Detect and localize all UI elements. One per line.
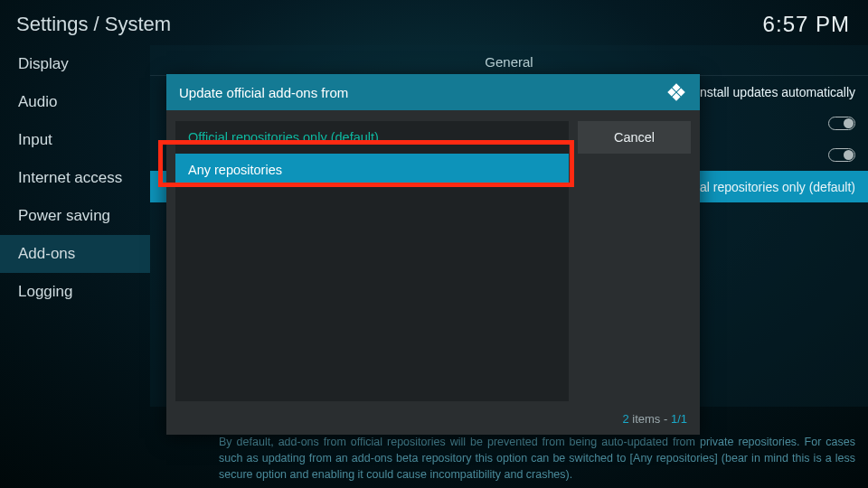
option-official-repos[interactable]: Official repositories only (default) bbox=[175, 121, 569, 154]
sidebar-item-input[interactable]: Input bbox=[0, 121, 150, 159]
dialog-footer: 2 items - 1/1 bbox=[166, 407, 700, 435]
toggle-icon[interactable] bbox=[828, 117, 855, 130]
cancel-button[interactable]: Cancel bbox=[578, 121, 691, 154]
sidebar: Display Audio Input Internet access Powe… bbox=[0, 45, 150, 407]
sidebar-item-add-ons[interactable]: Add-ons bbox=[0, 235, 150, 273]
page-indicator: 1/1 bbox=[671, 412, 687, 426]
dialog-header: Update official add-ons from bbox=[166, 74, 700, 110]
header: Settings / System 6:57 PM bbox=[0, 0, 868, 45]
option-any-repos[interactable]: Any repositories bbox=[175, 154, 569, 186]
clock: 6:57 PM bbox=[763, 12, 850, 37]
kodi-logo-icon bbox=[665, 81, 687, 103]
sidebar-item-internet-access[interactable]: Internet access bbox=[0, 159, 150, 197]
items-text: items - bbox=[629, 412, 671, 426]
sidebar-item-display[interactable]: Display bbox=[0, 45, 150, 83]
toggle-icon[interactable] bbox=[828, 148, 855, 162]
dialog-title: Update official add-ons from bbox=[179, 85, 348, 100]
dialog-body: Official repositories only (default) Any… bbox=[166, 110, 700, 407]
sidebar-item-power-saving[interactable]: Power saving bbox=[0, 197, 150, 235]
select-dialog: Update official add-ons from Official re… bbox=[166, 74, 700, 435]
sidebar-item-audio[interactable]: Audio bbox=[0, 83, 150, 121]
setting-description: By default, add-ons from official reposi… bbox=[219, 434, 855, 483]
sidebar-item-logging[interactable]: Logging bbox=[0, 273, 150, 311]
section-header: General bbox=[150, 45, 868, 76]
option-list: Official repositories only (default) Any… bbox=[175, 121, 569, 401]
setting-value: Install updates automatically bbox=[696, 85, 855, 99]
dialog-side: Cancel bbox=[578, 121, 691, 401]
item-count: 2 bbox=[622, 412, 628, 426]
breadcrumb: Settings / System bbox=[16, 13, 171, 36]
